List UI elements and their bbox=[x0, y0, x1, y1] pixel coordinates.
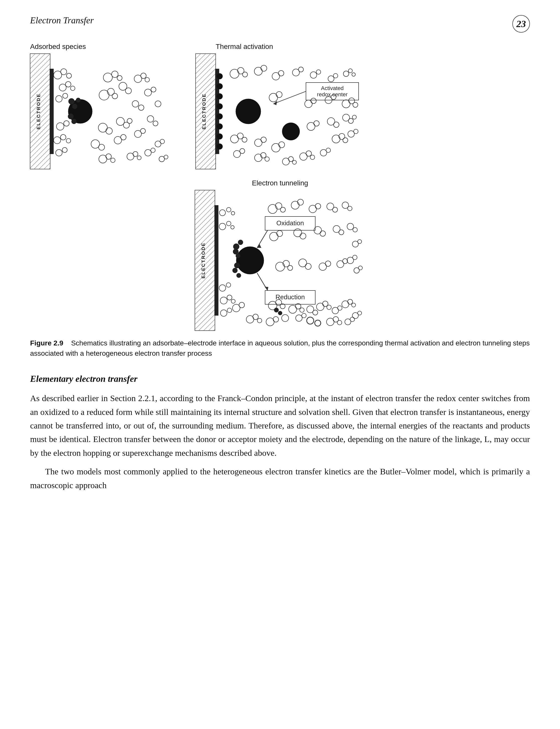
svg-point-234 bbox=[327, 305, 331, 309]
svg-point-60 bbox=[137, 156, 141, 160]
svg-point-211 bbox=[227, 308, 232, 312]
svg-point-94 bbox=[298, 67, 303, 72]
svg-point-43 bbox=[116, 117, 124, 125]
svg-point-54 bbox=[155, 101, 161, 107]
svg-point-64 bbox=[160, 139, 165, 144]
svg-point-232 bbox=[316, 303, 324, 310]
svg-point-246 bbox=[350, 317, 355, 321]
svg-point-157 bbox=[236, 254, 240, 258]
svg-point-75 bbox=[217, 113, 223, 119]
svg-point-134 bbox=[265, 157, 269, 161]
svg-point-244 bbox=[337, 320, 342, 325]
svg-point-16 bbox=[54, 137, 61, 144]
svg-point-119 bbox=[339, 133, 345, 139]
svg-point-59 bbox=[133, 151, 138, 156]
svg-point-241 bbox=[358, 311, 362, 315]
svg-point-239 bbox=[352, 303, 356, 307]
svg-point-131 bbox=[240, 148, 245, 153]
svg-point-148 bbox=[226, 207, 231, 212]
svg-point-17 bbox=[60, 134, 66, 140]
svg-point-18 bbox=[66, 138, 71, 143]
svg-point-217 bbox=[274, 308, 279, 312]
figure-caption: Figure 2.9 Schematics illustrating an ad… bbox=[30, 338, 530, 358]
svg-point-53 bbox=[153, 121, 158, 126]
electron-tunneling-figure: Electron tunneling ELECTRODE bbox=[195, 179, 365, 330]
svg-point-22 bbox=[107, 88, 114, 95]
svg-point-129 bbox=[279, 142, 285, 148]
svg-point-171 bbox=[280, 207, 285, 212]
svg-point-187 bbox=[339, 230, 344, 235]
electron-tunneling-section: Electron tunneling ELECTRODE bbox=[30, 179, 530, 330]
svg-point-221 bbox=[300, 308, 304, 312]
svg-point-88 bbox=[243, 72, 248, 77]
svg-point-112 bbox=[314, 121, 319, 126]
svg-text:redox center: redox center bbox=[317, 91, 348, 98]
svg-point-202 bbox=[353, 255, 357, 260]
svg-point-222 bbox=[282, 314, 289, 321]
svg-point-229 bbox=[302, 313, 306, 318]
svg-point-23 bbox=[112, 93, 118, 99]
svg-point-209 bbox=[231, 299, 235, 303]
svg-point-136 bbox=[288, 156, 293, 161]
svg-point-80 bbox=[282, 123, 300, 140]
svg-point-117 bbox=[352, 115, 356, 119]
svg-point-62 bbox=[151, 148, 155, 152]
svg-point-194 bbox=[288, 265, 293, 270]
svg-point-206 bbox=[226, 283, 231, 287]
svg-point-38 bbox=[68, 114, 73, 119]
svg-point-57 bbox=[111, 158, 115, 162]
svg-point-14 bbox=[56, 123, 64, 130]
svg-point-47 bbox=[121, 134, 126, 140]
adsorbed-species-label: Adsorbed species bbox=[30, 43, 86, 51]
svg-point-151 bbox=[226, 221, 231, 226]
svg-point-92 bbox=[278, 70, 284, 76]
svg-point-175 bbox=[315, 203, 321, 209]
page-header: Electron Transfer 23 bbox=[30, 15, 530, 33]
page-number: 23 bbox=[512, 15, 530, 33]
svg-point-153 bbox=[236, 246, 264, 274]
svg-point-130 bbox=[233, 150, 241, 157]
svg-point-159 bbox=[232, 268, 237, 273]
svg-point-34 bbox=[132, 101, 139, 107]
svg-point-77 bbox=[217, 133, 223, 139]
svg-point-228 bbox=[296, 315, 302, 321]
svg-point-200 bbox=[343, 259, 348, 264]
svg-text:ELECTRODE: ELECTRODE bbox=[201, 242, 206, 278]
svg-point-101 bbox=[352, 73, 355, 76]
svg-point-30 bbox=[141, 73, 146, 78]
svg-point-49 bbox=[140, 128, 145, 133]
svg-point-56 bbox=[106, 154, 111, 159]
svg-point-137 bbox=[292, 160, 296, 164]
svg-point-89 bbox=[254, 67, 262, 75]
svg-point-173 bbox=[297, 199, 303, 205]
svg-text:ELECTRODE: ELECTRODE bbox=[36, 93, 41, 129]
svg-point-12 bbox=[56, 96, 62, 102]
svg-point-207 bbox=[220, 297, 227, 304]
svg-marker-164 bbox=[257, 244, 261, 248]
svg-point-114 bbox=[334, 122, 339, 127]
svg-point-110 bbox=[353, 102, 358, 107]
svg-point-150 bbox=[219, 223, 226, 230]
thermal-activation-diagram: ELECTRODE Activated redox center bbox=[196, 54, 366, 169]
svg-point-19 bbox=[56, 149, 62, 156]
adsorbed-species-diagram: ELECTRODE bbox=[30, 54, 171, 169]
svg-point-155 bbox=[238, 240, 243, 245]
svg-point-61 bbox=[145, 149, 151, 156]
svg-point-13 bbox=[63, 93, 68, 98]
svg-point-158 bbox=[234, 263, 240, 268]
svg-point-52 bbox=[147, 116, 154, 122]
svg-point-140 bbox=[310, 155, 315, 159]
svg-point-35 bbox=[138, 105, 144, 110]
svg-point-40 bbox=[76, 98, 81, 102]
svg-point-125 bbox=[242, 137, 247, 142]
svg-point-28 bbox=[117, 75, 122, 80]
svg-text:Activated: Activated bbox=[321, 85, 344, 91]
svg-line-163 bbox=[257, 230, 268, 248]
svg-point-45 bbox=[127, 118, 132, 123]
svg-point-122 bbox=[354, 129, 358, 134]
svg-point-172 bbox=[291, 201, 299, 209]
caption-text: Schematics illustrating an adsorbate–ele… bbox=[30, 339, 530, 357]
svg-point-104 bbox=[305, 100, 312, 108]
svg-point-66 bbox=[164, 155, 168, 159]
svg-point-185 bbox=[320, 231, 326, 236]
